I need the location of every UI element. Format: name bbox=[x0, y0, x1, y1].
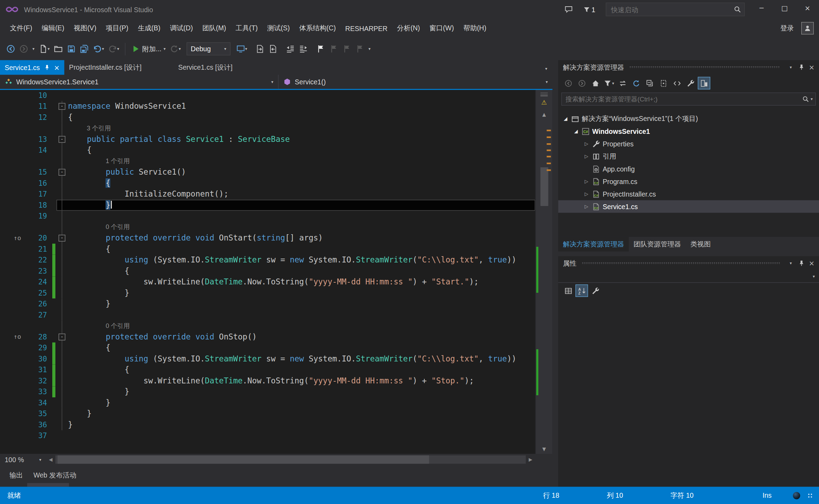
menu-project[interactable]: 项目(P) bbox=[101, 21, 133, 36]
navigate-backward-button[interactable] bbox=[5, 43, 16, 55]
alphabetical-button[interactable]: AZ bbox=[575, 284, 588, 297]
navbar-type-dropdown[interactable]: WindowsService1.Service1 ▾ bbox=[0, 75, 278, 89]
code-text[interactable]: { bbox=[68, 178, 535, 189]
code-area[interactable]: 1011-namespace WindowsService112{3 个引用13… bbox=[0, 90, 535, 454]
menu-test[interactable]: 测试(S) bbox=[262, 21, 294, 36]
code-text[interactable]: namespace WindowsService1 bbox=[68, 101, 535, 112]
code-text[interactable]: { bbox=[68, 365, 535, 376]
close-tab-icon[interactable]: × bbox=[54, 63, 60, 71]
close-button[interactable]: × bbox=[796, 0, 819, 16]
code-text[interactable]: } bbox=[68, 200, 535, 211]
tree-item-projectinstaller-cs[interactable]: ▷C#ProjectInstaller.cs bbox=[558, 188, 819, 200]
properties-button[interactable] bbox=[684, 77, 697, 90]
previous-bookmark-button[interactable] bbox=[328, 43, 339, 55]
code-text[interactable]: { bbox=[68, 266, 535, 277]
tree-item-service1-cs[interactable]: ▷C#Service1.cs bbox=[558, 200, 819, 213]
code-text[interactable]: sw.WriteLine(DateTime.Now.ToString("yyyy… bbox=[68, 375, 535, 387]
menu-analyze[interactable]: 分析(N) bbox=[392, 21, 424, 36]
code-text[interactable] bbox=[68, 211, 535, 222]
refresh-button[interactable] bbox=[630, 77, 642, 90]
chevron-down-icon[interactable]: ▾ bbox=[811, 97, 813, 102]
tree-item-app-config[interactable]: App.config bbox=[558, 163, 819, 175]
bookmarks-dropdown-icon[interactable]: ▾ bbox=[367, 45, 372, 53]
code-text[interactable]: { bbox=[68, 112, 535, 123]
code-text[interactable]: } bbox=[68, 299, 535, 310]
quick-launch-input[interactable] bbox=[606, 6, 734, 14]
code-text[interactable]: } bbox=[68, 397, 535, 408]
categorized-button[interactable] bbox=[562, 284, 574, 297]
tree-item-project-windowsservice1[interactable]: ◢C#WindowsService1 bbox=[558, 125, 819, 138]
expander-icon[interactable]: ◢ bbox=[561, 116, 570, 121]
fold-collapse-box[interactable]: - bbox=[59, 103, 65, 110]
tree-item-program-cs[interactable]: ▷C#Program.cs bbox=[558, 175, 819, 188]
expander-icon[interactable]: ▷ bbox=[582, 204, 591, 209]
document-tab-service1-cs[interactable]: Service1.cs× bbox=[0, 60, 64, 75]
back-button[interactable] bbox=[562, 77, 574, 90]
menu-architecture[interactable]: 体系结构(C) bbox=[294, 21, 340, 36]
fold-collapse-box[interactable]: - bbox=[59, 334, 65, 341]
preview-selected-items-button[interactable] bbox=[698, 77, 710, 90]
status-character[interactable]: 字符 10 bbox=[671, 491, 763, 500]
codelens-references[interactable]: 1 个引用 bbox=[68, 156, 535, 167]
find-in-files-button[interactable] bbox=[254, 43, 265, 55]
tool-window-tab-team-explorer[interactable]: 团队资源管理器 bbox=[629, 237, 686, 252]
code-text[interactable] bbox=[68, 310, 535, 321]
code-text[interactable]: { bbox=[68, 343, 535, 354]
menu-file[interactable]: 文件(F) bbox=[5, 21, 37, 36]
close-icon[interactable]: × bbox=[807, 259, 817, 268]
search-icon[interactable] bbox=[734, 6, 741, 13]
home-button[interactable] bbox=[589, 77, 602, 90]
code-text[interactable]: InitializeComponent(); bbox=[68, 189, 535, 200]
notifications-button[interactable]: 1 bbox=[583, 6, 595, 14]
tool-window-tab-class-view[interactable]: 类视图 bbox=[686, 237, 715, 252]
panel-tab-web-publish[interactable]: Web 发布活动 bbox=[32, 469, 77, 482]
menu-help[interactable]: 帮助(H) bbox=[459, 21, 491, 36]
menu-edit[interactable]: 编辑(E) bbox=[37, 21, 69, 36]
code-text[interactable]: using (System.IO.StreamWriter sw = new S… bbox=[68, 255, 535, 266]
code-text[interactable]: protected override void OnStop() bbox=[68, 331, 535, 343]
search-icon[interactable] bbox=[802, 96, 809, 103]
code-text[interactable]: using (System.IO.StreamWriter sw = new S… bbox=[68, 353, 535, 365]
navigation-history-dropdown-icon[interactable]: ▾ bbox=[31, 45, 36, 53]
code-text[interactable]: public Service1() bbox=[68, 167, 535, 178]
user-avatar-icon[interactable] bbox=[801, 22, 814, 35]
code-text[interactable]: sw.WriteLine(DateTime.Now.ToString("yyyy… bbox=[68, 277, 535, 288]
tree-item-solution[interactable]: ◢解决方案“WindowsService1”(1 个项目) bbox=[558, 113, 819, 125]
code-text[interactable]: { bbox=[68, 244, 535, 255]
document-tab-projectinstaller-cs-design[interactable]: ProjectInstaller.cs [设计] bbox=[64, 60, 146, 75]
navbar-member-dropdown[interactable]: Service1() ▾ bbox=[278, 75, 552, 89]
code-text[interactable] bbox=[68, 430, 535, 442]
fold-collapse-box[interactable]: - bbox=[59, 169, 65, 176]
attach-to-process-button[interactable]: 附加...▾ bbox=[130, 43, 167, 55]
override-indicator-icon[interactable]: ↑o bbox=[14, 233, 21, 244]
expander-icon[interactable]: ▷ bbox=[582, 141, 591, 146]
tool-window-tab-solution-explorer[interactable]: 解决方案资源管理器 bbox=[558, 237, 629, 252]
document-list-dropdown-icon[interactable]: ▾ bbox=[540, 63, 552, 72]
menu-view[interactable]: 视图(V) bbox=[69, 21, 101, 36]
status-line[interactable]: 行 18 bbox=[543, 491, 607, 500]
open-file-button[interactable] bbox=[53, 43, 64, 55]
horizontal-scrollbar[interactable] bbox=[55, 456, 526, 464]
increase-indent-button[interactable] bbox=[298, 43, 309, 55]
maximize-button[interactable]: □ bbox=[773, 0, 796, 16]
code-text[interactable]: protected override void OnStart(string[]… bbox=[68, 233, 535, 244]
switch-views-button[interactable]: ▾ bbox=[603, 77, 615, 90]
code-text[interactable]: } bbox=[68, 387, 535, 398]
code-text[interactable]: { bbox=[68, 145, 535, 156]
menu-debug[interactable]: 调试(D) bbox=[165, 21, 198, 36]
code-text[interactable]: } bbox=[68, 419, 535, 430]
code-text[interactable]: } bbox=[68, 288, 535, 299]
solution-explorer-search-input[interactable] bbox=[562, 96, 802, 103]
window-position-icon[interactable]: ▾ bbox=[786, 259, 796, 268]
file-health-warning-icon[interactable]: ⚠ bbox=[541, 99, 547, 106]
expander-icon[interactable]: ▷ bbox=[582, 191, 591, 197]
expander-icon[interactable]: ▷ bbox=[582, 179, 591, 184]
fold-collapse-box[interactable]: - bbox=[59, 235, 65, 242]
debug-target-button[interactable]: ▾ bbox=[235, 43, 248, 55]
decrease-indent-button[interactable] bbox=[285, 43, 296, 55]
codelens-references[interactable]: 0 个引用 bbox=[68, 222, 535, 233]
code-text[interactable]: } bbox=[68, 408, 535, 420]
collapse-all-button[interactable] bbox=[643, 77, 656, 90]
save-button[interactable] bbox=[66, 43, 77, 55]
menu-window[interactable]: 窗口(W) bbox=[425, 21, 459, 36]
